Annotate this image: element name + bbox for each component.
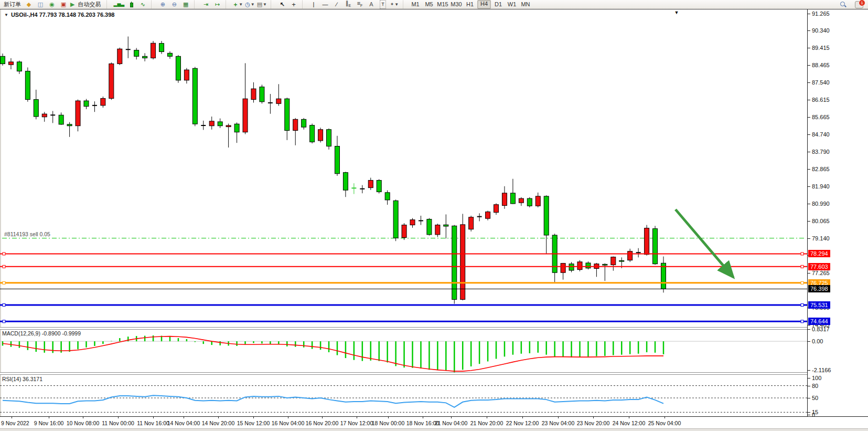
date-tick-label: 21 Nov 04:00 bbox=[435, 420, 467, 426]
crosshair-icon: + bbox=[292, 1, 296, 8]
rsi-scale-label: 80 bbox=[812, 383, 818, 389]
terminal-icon[interactable]: ▣ bbox=[58, 1, 69, 8]
rsi-pane[interactable]: RSI(14) 36.3171 bbox=[0, 375, 807, 416]
axis-tick-mark bbox=[218, 417, 219, 418]
timeframe-button-mn[interactable]: MN bbox=[519, 1, 532, 8]
chart-window-icon[interactable]: ◆ bbox=[23, 1, 35, 8]
auto-scroll-button[interactable]: ↦ bbox=[211, 1, 223, 8]
text-label-icon: T bbox=[380, 0, 386, 9]
auto-trading-button[interactable]: ▶ 自动交易 bbox=[69, 1, 104, 8]
cursor-button[interactable]: ↖ bbox=[276, 1, 288, 8]
market-watch-icon[interactable]: ◫ bbox=[35, 1, 46, 8]
timeframe-button-d1[interactable]: D1 bbox=[492, 1, 505, 8]
line-chart-button[interactable]: ∿ bbox=[137, 1, 148, 8]
axis-tick-mark bbox=[153, 417, 154, 418]
signal-icon: ◉ bbox=[49, 1, 55, 8]
axis-tick-mark bbox=[808, 169, 810, 170]
date-tick-label: 16 Nov 04:00 bbox=[272, 420, 304, 426]
horizontal-line-button[interactable]: — bbox=[319, 1, 331, 8]
macd-scale-label: 0.00 bbox=[812, 338, 823, 344]
zoom-out-button[interactable]: ⊖ bbox=[168, 1, 180, 8]
timeframe-button-w1[interactable]: W1 bbox=[506, 1, 518, 8]
shapes-icon: ✦ bbox=[390, 1, 394, 8]
date-tick-label: 23 Nov 04:00 bbox=[542, 420, 574, 426]
axis-tick-mark bbox=[808, 378, 810, 379]
price-badge: 75.531 bbox=[808, 301, 830, 309]
price-badge: 78.294 bbox=[808, 250, 830, 257]
vertical-line-button[interactable]: | bbox=[308, 1, 319, 8]
macd-chart bbox=[0, 329, 807, 372]
price-tick-label: 84.740 bbox=[812, 131, 830, 138]
templates-button[interactable]: ▤▼ bbox=[256, 1, 268, 8]
toolbar-separator bbox=[194, 1, 197, 8]
navigator-icon[interactable]: ◉ bbox=[46, 1, 58, 8]
candlestick-chart-button[interactable] bbox=[125, 1, 137, 8]
chart-title: ▼ USOil-,H4 77.793 78.148 76.203 76.398 bbox=[4, 12, 114, 18]
notification-badge: 1 bbox=[859, 0, 865, 6]
axis-tick-mark bbox=[665, 417, 665, 418]
timeframe-button-m15[interactable]: M15 bbox=[436, 1, 449, 8]
channel-button[interactable]: ∥E bbox=[342, 1, 354, 8]
notification-icon: 1 bbox=[855, 1, 863, 8]
date-axis[interactable]: 9 Nov 20229 Nov 16:0010 Nov 08:0011 Nov … bbox=[0, 416, 868, 429]
macd-pane[interactable]: MACD(12,26,9) -0.8900 -0.9999 bbox=[0, 329, 807, 372]
order-line-label[interactable]: #8114193 sell 0.05 bbox=[4, 231, 50, 237]
timeframe-button-h1[interactable]: H1 bbox=[464, 1, 476, 8]
trendline-icon: ∕ bbox=[336, 1, 337, 8]
toolbar-separator bbox=[226, 1, 229, 8]
main-chart-pane[interactable]: ▼ USOil-,H4 77.793 78.148 76.203 76.398 … bbox=[0, 9, 807, 327]
axis-tick-mark bbox=[808, 221, 810, 222]
symbol-ohlc-label: USOil-,H4 77.793 78.148 76.203 76.398 bbox=[11, 12, 115, 18]
price-tick-label: 89.415 bbox=[812, 45, 830, 51]
chevron-down-icon: ▼ bbox=[251, 2, 255, 7]
auto-trading-label: 自动交易 bbox=[76, 1, 103, 8]
axis-tick-mark bbox=[808, 412, 810, 413]
notifications-button[interactable]: 1 bbox=[853, 1, 865, 8]
date-tick-label: 22 Nov 12:00 bbox=[506, 420, 539, 426]
axis-tick-mark bbox=[808, 386, 810, 386]
periods-button[interactable]: ◷▼ bbox=[244, 1, 256, 8]
axis-tick-mark bbox=[808, 370, 810, 371]
add-indicator-icon: ＋ bbox=[232, 1, 238, 8]
tile-windows-button[interactable]: ▦ bbox=[180, 1, 191, 8]
axis-tick-mark bbox=[558, 417, 559, 418]
chart-shift-icon: ⇥ bbox=[203, 1, 208, 8]
cursor-icon: ↖ bbox=[280, 1, 284, 8]
axis-tick-mark bbox=[808, 329, 810, 330]
timeframe-button-m1[interactable]: M1 bbox=[409, 1, 422, 8]
one-click-trading-toggle[interactable]: ▼ bbox=[4, 13, 8, 17]
date-tick-label: 15 Nov 12:00 bbox=[237, 420, 270, 426]
axis-tick-mark bbox=[253, 417, 254, 418]
text-label-button[interactable]: T bbox=[377, 1, 389, 8]
search-button[interactable] bbox=[838, 1, 849, 8]
text-button[interactable]: A bbox=[366, 1, 377, 8]
fibonacci-button[interactable]: ≡F bbox=[354, 1, 366, 8]
chart-shift-button[interactable]: ⇥ bbox=[200, 1, 211, 8]
price-badge: 74.644 bbox=[808, 318, 830, 325]
axis-tick-mark bbox=[629, 417, 629, 418]
zoom-in-button[interactable]: ⊕ bbox=[157, 1, 168, 8]
price-tick-label: 88.465 bbox=[812, 62, 830, 68]
axis-tick-mark bbox=[357, 417, 357, 418]
zoom-out-icon: ⊖ bbox=[172, 1, 177, 8]
bar-chart-button[interactable]: ▂▅▃ bbox=[112, 1, 125, 8]
crosshair-button[interactable]: + bbox=[288, 1, 299, 8]
timeframe-button-h4[interactable]: H4 bbox=[477, 0, 491, 9]
bar-chart-icon: ▂▅▃ bbox=[113, 1, 124, 8]
axis-tick-mark bbox=[388, 417, 389, 418]
tile-windows-icon: ▦ bbox=[183, 1, 188, 8]
price-axis[interactable]: 91.26590.34089.41588.46587.54086.61585.6… bbox=[807, 9, 868, 416]
axis-tick-mark bbox=[49, 417, 49, 418]
chart-shift-marker[interactable]: ▼ bbox=[674, 10, 679, 15]
axis-tick-mark bbox=[118, 417, 119, 418]
arrows-button[interactable]: ✦▼ bbox=[389, 1, 400, 8]
candlestick-chart[interactable] bbox=[0, 9, 807, 327]
new-order-button[interactable]: 新订单 bbox=[2, 1, 23, 8]
axis-tick-mark bbox=[808, 134, 810, 135]
timeframe-button-m5[interactable]: M5 bbox=[423, 1, 435, 8]
price-tick-label: 83.790 bbox=[812, 149, 830, 155]
axis-tick-mark bbox=[808, 100, 810, 100]
indicators-button[interactable]: ＋▼ bbox=[231, 1, 244, 8]
trendline-button[interactable]: ∕ bbox=[331, 1, 342, 8]
timeframe-button-m30[interactable]: M30 bbox=[450, 1, 463, 8]
